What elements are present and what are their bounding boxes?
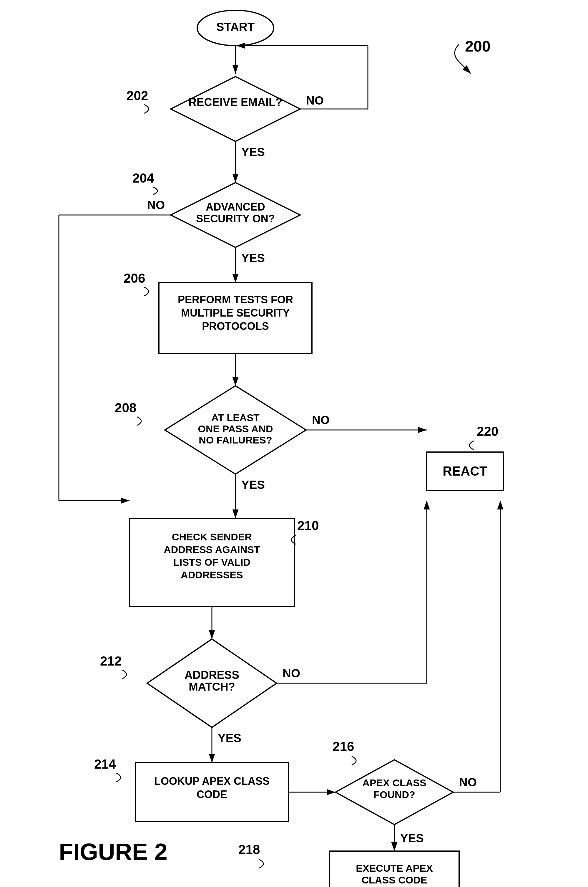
ref-206: 206 (124, 271, 145, 286)
ref-200: 200 (465, 38, 490, 55)
execute-apex-label2: CLASS CODE (362, 874, 428, 885)
lookup-apex-label2: CODE (196, 788, 227, 800)
check-sender-label3: LISTS OF VALID (173, 556, 250, 568)
apex-found-label2: FOUND? (374, 789, 415, 800)
figure-label: FIGURE 2 (59, 839, 168, 865)
at-least-one-label2: ONE PASS AND (198, 423, 273, 434)
ref-212: 212 (100, 654, 122, 668)
advanced-security-no: NO (147, 198, 165, 212)
ref-208: 208 (115, 400, 136, 415)
receive-email-yes: YES (242, 146, 265, 158)
check-sender-label1: CHECK SENDER (172, 531, 252, 543)
ref-220: 220 (477, 424, 498, 439)
ref-218: 218 (238, 842, 260, 857)
advanced-security-yes: YES (242, 251, 265, 265)
check-sender-label4: ADDRESSES (181, 569, 243, 580)
at-least-one-yes: YES (242, 478, 265, 491)
react-label: REACT (442, 464, 488, 478)
receive-email-label: RECEIVE EMAIL? (189, 96, 282, 108)
apex-found-no: NO (459, 776, 477, 789)
diagram-container: 200 START NO RECEIVE EMAIL? 202 YES (0, 0, 588, 887)
perform-tests-label3: PROTOCOLS (202, 320, 269, 332)
check-sender-label2: ADDRESS AGAINST (164, 544, 260, 555)
lookup-apex-label1: LOOKUP APEX CLASS (154, 775, 270, 787)
ref-214: 214 (94, 757, 116, 771)
ref-204: 204 (132, 171, 154, 185)
ref-210: 210 (297, 518, 319, 533)
ref-202: 202 (126, 88, 148, 103)
address-match-yes: YES (218, 732, 242, 744)
execute-apex-label1: EXECUTE APEX (356, 863, 433, 874)
apex-found-label1: APEX CLASS (362, 777, 426, 788)
at-least-one-no: NO (312, 413, 330, 426)
apex-found-yes: YES (400, 831, 424, 845)
at-least-one-label3: NO FAILURES? (199, 434, 272, 445)
address-match-no: NO (282, 667, 300, 680)
address-match-label2: MATCH? (189, 681, 235, 693)
receive-email-no: NO (306, 94, 324, 107)
ref-216: 216 (333, 739, 354, 753)
advanced-security-label2: SECURITY ON? (196, 213, 274, 225)
svg-rect-2 (0, 0, 588, 887)
advanced-security-label1: ADVANCED (206, 201, 265, 213)
at-least-one-label1: AT LEAST (211, 412, 260, 423)
perform-tests-label1: PERFORM TESTS FOR (178, 294, 293, 306)
address-match-label1: ADDRESS (184, 669, 239, 681)
perform-tests-label2: MULTIPLE SECURITY (181, 307, 290, 319)
start-label: START (216, 20, 255, 33)
